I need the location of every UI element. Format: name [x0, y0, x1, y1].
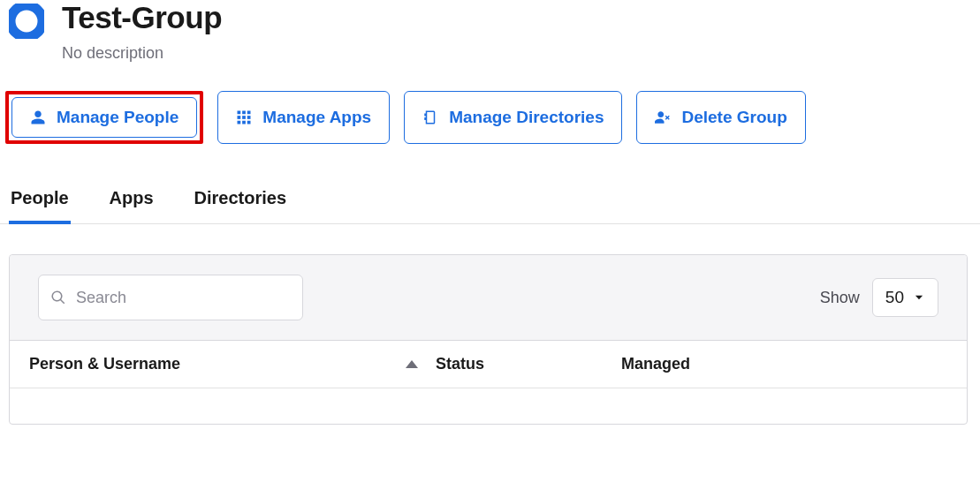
table-header-row: Person & Username Status Managed [10, 341, 967, 388]
group-header: Test-Group No description [0, 0, 980, 63]
svg-rect-3 [247, 111, 251, 115]
column-person-label: Person & Username [29, 355, 180, 373]
svg-rect-6 [247, 116, 251, 119]
search-input[interactable] [38, 275, 303, 320]
manage-people-label: Manage People [57, 108, 179, 127]
search-icon [50, 290, 66, 305]
tab-people[interactable]: People [9, 188, 71, 224]
apps-grid-icon [236, 109, 252, 125]
column-status[interactable]: Status [436, 355, 621, 373]
page-size-select[interactable]: 50 [872, 278, 938, 317]
svg-rect-2 [242, 111, 246, 115]
manage-directories-button[interactable]: Manage Directories [404, 91, 622, 144]
table-body-empty [10, 388, 967, 424]
svg-rect-7 [238, 121, 241, 124]
column-person-username[interactable]: Person & Username [29, 355, 436, 373]
manage-directories-label: Manage Directories [449, 108, 604, 127]
manage-apps-button[interactable]: Manage Apps [217, 91, 390, 144]
chevron-down-icon [913, 291, 925, 304]
highlight-manage-people: Manage People [5, 91, 203, 144]
page-size-value: 50 [885, 288, 904, 307]
remove-user-icon [655, 109, 671, 125]
page-subtitle: No description [62, 44, 222, 63]
tab-bar: People Apps Directories [0, 188, 980, 224]
tab-directories[interactable]: Directories [193, 188, 289, 224]
show-control: Show 50 [820, 278, 938, 317]
sort-ascending-icon [406, 360, 418, 368]
svg-point-0 [11, 5, 42, 37]
show-label: Show [820, 289, 860, 307]
svg-rect-4 [238, 116, 241, 119]
column-managed-label: Managed [621, 355, 690, 373]
panel-toolbar: Show 50 [10, 255, 967, 341]
people-panel: Show 50 Person & Username Status Managed [9, 254, 968, 425]
delete-group-button[interactable]: Delete Group [636, 91, 805, 144]
page-title: Test-Group [62, 0, 222, 35]
manage-apps-label: Manage Apps [262, 108, 371, 127]
svg-rect-5 [242, 116, 246, 119]
directory-icon [422, 109, 438, 125]
svg-rect-1 [238, 111, 241, 115]
delete-group-label: Delete Group [681, 108, 786, 127]
group-circle-icon [9, 4, 44, 39]
column-managed[interactable]: Managed [621, 355, 947, 373]
svg-rect-8 [242, 121, 246, 124]
person-icon [30, 109, 46, 125]
search-wrapper [38, 275, 303, 320]
column-status-label: Status [436, 355, 484, 373]
manage-people-button[interactable]: Manage People [11, 97, 197, 138]
action-button-row: Manage People Manage Apps Manage Directo… [0, 63, 980, 144]
tab-apps[interactable]: Apps [108, 188, 156, 224]
svg-rect-9 [247, 121, 251, 124]
